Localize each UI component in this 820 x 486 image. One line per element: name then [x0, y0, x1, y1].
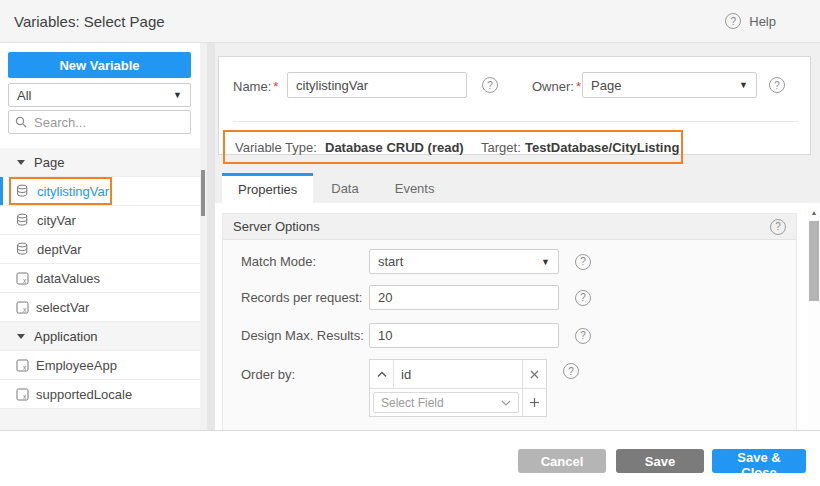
- target-value: TestDatabase/CityListing: [525, 140, 679, 155]
- plus-icon: [529, 397, 540, 408]
- sort-direction-button[interactable]: [370, 360, 394, 388]
- sidebar-scrollbar-thumb[interactable]: [201, 170, 205, 216]
- help-icon: ?: [725, 13, 741, 29]
- match-mode-help-icon[interactable]: ?: [575, 254, 591, 270]
- new-variable-button[interactable]: New Variable: [8, 52, 191, 78]
- records-per-request-help-icon[interactable]: ?: [575, 290, 591, 306]
- design-max-results-help-icon[interactable]: ?: [575, 328, 591, 344]
- tab-data[interactable]: Data: [313, 173, 376, 203]
- add-order-field-button[interactable]: [522, 389, 546, 416]
- scroll-up-arrow-icon[interactable]: ▲: [809, 209, 819, 216]
- sidebar-scrollbar-track[interactable]: [200, 43, 207, 430]
- order-by-field-value[interactable]: id: [394, 360, 522, 388]
- select-field-dropdown[interactable]: Select Field: [373, 392, 519, 413]
- select-field-placeholder: Select Field: [381, 396, 444, 410]
- order-by-row: Order by: id: [223, 359, 796, 417]
- tab-events[interactable]: Events: [377, 173, 453, 203]
- content-scrollbar: ▲ ▼: [808, 206, 820, 438]
- page-title: Variables: Select Page: [14, 13, 165, 30]
- variable-type-label: Variable Type:: [235, 140, 317, 155]
- owner-help-icon[interactable]: ?: [769, 77, 785, 93]
- database-variable-icon: [16, 213, 30, 227]
- detail-tabs: Properties Data Events: [215, 173, 820, 203]
- tree-item-deptvar[interactable]: deptVar: [0, 235, 200, 264]
- tree-section-application[interactable]: Application: [0, 322, 200, 351]
- design-max-results-label: Design Max. Results:: [241, 328, 364, 343]
- collapse-triangle-icon: [17, 334, 25, 339]
- tree-footer-strip: [0, 409, 200, 430]
- remove-order-field-button[interactable]: [522, 360, 546, 388]
- tab-properties[interactable]: Properties: [222, 173, 313, 203]
- order-by-entry: id: [370, 360, 546, 388]
- required-asterisk: *: [273, 79, 278, 94]
- variables-sidebar: New Variable All ▼ Page citylistingVar: [0, 43, 200, 430]
- tree-item-supportedlocale[interactable]: x supportedLocale: [0, 380, 200, 409]
- variable-type-value: Database CRUD (read): [325, 140, 464, 155]
- required-asterisk: *: [576, 79, 581, 94]
- tree-section-page[interactable]: Page: [0, 148, 200, 177]
- svg-text:x: x: [23, 305, 27, 312]
- dialog-header: Variables: Select Page ? Help: [0, 0, 820, 43]
- close-icon: [530, 370, 539, 379]
- variable-filter-value: All: [17, 88, 31, 103]
- order-by-help-icon[interactable]: ?: [563, 363, 579, 379]
- design-max-results-row: Design Max. Results: ?: [223, 323, 796, 348]
- variable-type-highlight-box: Variable Type: Database CRUD (read) Targ…: [223, 130, 683, 164]
- variables-tree: Page citylistingVar cityVar: [0, 148, 200, 430]
- tree-item-cityvar[interactable]: cityVar: [0, 206, 200, 235]
- search-box: [8, 110, 191, 134]
- variables-dialog: Variables: Select Page ? Help New Variab…: [0, 0, 820, 486]
- order-by-label: Order by:: [241, 367, 295, 382]
- design-max-results-field[interactable]: [369, 323, 559, 348]
- match-mode-row: Match Mode: start ▼ ?: [223, 249, 796, 274]
- help-button[interactable]: ? Help: [725, 13, 776, 29]
- svg-text:x: x: [23, 276, 27, 283]
- order-by-group: id Select Field: [369, 359, 547, 417]
- chevron-down-icon: [501, 400, 511, 406]
- variable-summary-card: Name:* ? Owner:* Page ▼ ? Variable Type:…: [218, 56, 811, 155]
- chevron-down-icon: ▼: [541, 257, 550, 267]
- collapse-triangle-icon: [17, 160, 25, 165]
- match-mode-select[interactable]: start ▼: [369, 249, 559, 274]
- sidebar-divider: [207, 43, 215, 430]
- server-options-header: Server Options ?: [223, 214, 796, 240]
- server-options-help-icon[interactable]: ?: [770, 219, 786, 235]
- database-variable-icon: [16, 242, 30, 256]
- cancel-button[interactable]: Cancel: [518, 449, 606, 473]
- content-scrollbar-thumb[interactable]: [809, 221, 819, 301]
- selected-indicator-bar: [0, 177, 3, 205]
- svg-text:x: x: [23, 363, 27, 370]
- static-variable-icon: x: [16, 388, 29, 401]
- tree-item-employeeapp[interactable]: x EmployeeApp: [0, 351, 200, 380]
- static-variable-icon: x: [16, 359, 29, 372]
- search-icon: [15, 116, 27, 128]
- database-variable-icon: [16, 184, 30, 198]
- name-field[interactable]: [287, 72, 467, 98]
- name-label: Name:*: [233, 79, 278, 94]
- variable-detail-panel: Name:* ? Owner:* Page ▼ ? Variable Type:…: [215, 43, 820, 430]
- records-per-request-label: Records per request:: [241, 290, 362, 305]
- chevron-up-icon: [377, 371, 387, 378]
- chevron-down-icon: ▼: [739, 80, 748, 90]
- owner-select[interactable]: Page ▼: [582, 72, 757, 98]
- tree-item-citylistingvar[interactable]: citylistingVar: [0, 177, 200, 206]
- properties-tab-content: Server Options ? Match Mode: start ▼ ? R…: [215, 203, 820, 430]
- name-help-icon[interactable]: ?: [482, 77, 498, 93]
- match-mode-label: Match Mode:: [241, 254, 316, 269]
- save-button[interactable]: Save: [616, 449, 704, 473]
- records-per-request-row: Records per request: ?: [223, 285, 796, 310]
- tree-item-selectvar[interactable]: x selectVar: [0, 293, 200, 322]
- records-per-request-field[interactable]: [369, 285, 559, 310]
- server-options-title: Server Options: [233, 219, 320, 234]
- save-and-close-button[interactable]: Save & Close: [712, 449, 806, 473]
- static-variable-icon: x: [16, 301, 29, 314]
- search-input[interactable]: [32, 114, 172, 131]
- help-label: Help: [749, 14, 776, 29]
- static-variable-icon: x: [16, 272, 29, 285]
- card-divider: [233, 121, 798, 122]
- dialog-footer: Cancel Save Save & Close: [0, 430, 820, 486]
- server-options-panel: Server Options ? Match Mode: start ▼ ? R…: [222, 213, 797, 430]
- tree-item-datavalues[interactable]: x dataValues: [0, 264, 200, 293]
- variable-filter-select[interactable]: All ▼: [8, 83, 191, 107]
- order-by-add-row: Select Field: [370, 388, 546, 416]
